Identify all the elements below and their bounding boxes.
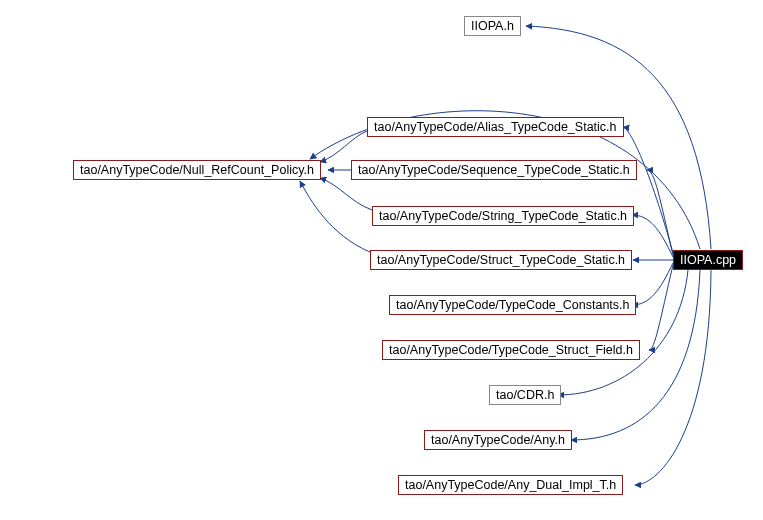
- node-label: tao/AnyTypeCode/Any_Dual_Impl_T.h: [405, 478, 616, 492]
- node-label: tao/CDR.h: [496, 388, 554, 402]
- dependency-graph: { "source_node": { "label": "IIOPA.cpp" …: [0, 0, 763, 520]
- node-alias-typecode-static[interactable]: tao/AnyTypeCode/Alias_TypeCode_Static.h: [367, 117, 624, 137]
- node-label: tao/AnyTypeCode/Any.h: [431, 433, 565, 447]
- edge-iiopacpp-seq: [647, 170, 673, 255]
- edge-iiopacpp-anydual: [635, 270, 711, 485]
- node-any-dual-impl-t[interactable]: tao/AnyTypeCode/Any_Dual_Impl_T.h: [398, 475, 623, 495]
- node-label: tao/AnyTypeCode/Null_RefCount_Policy.h: [80, 163, 314, 177]
- edge-string-null: [320, 178, 372, 210]
- node-label: tao/AnyTypeCode/TypeCode_Struct_Field.h: [389, 343, 633, 357]
- node-label: tao/AnyTypeCode/Sequence_TypeCode_Static…: [358, 163, 630, 177]
- edge-struct-null: [300, 181, 370, 252]
- node-typecode-constants[interactable]: tao/AnyTypeCode/TypeCode_Constants.h: [389, 295, 636, 315]
- node-struct-typecode-static[interactable]: tao/AnyTypeCode/Struct_TypeCode_Static.h: [370, 250, 632, 270]
- node-any-h[interactable]: tao/AnyTypeCode/Any.h: [424, 430, 572, 450]
- node-label: tao/AnyTypeCode/Alias_TypeCode_Static.h: [374, 120, 617, 134]
- edge-iiopacpp-const: [632, 263, 673, 305]
- edge-iiopacpp-alias: [623, 127, 673, 253]
- node-label: tao/AnyTypeCode/String_TypeCode_Static.h: [379, 209, 627, 223]
- edge-iiopacpp-field: [649, 265, 673, 350]
- node-sequence-typecode-static[interactable]: tao/AnyTypeCode/Sequence_TypeCode_Static…: [351, 160, 637, 180]
- node-typecode-struct-field[interactable]: tao/AnyTypeCode/TypeCode_Struct_Field.h: [382, 340, 640, 360]
- node-label: tao/AnyTypeCode/TypeCode_Constants.h: [396, 298, 629, 312]
- edge-alias-null: [320, 131, 367, 162]
- node-null-refcount-policy[interactable]: tao/AnyTypeCode/Null_RefCount_Policy.h: [73, 160, 321, 180]
- edge-iiopacpp-cdr: [558, 270, 688, 395]
- node-label: IIOPA.cpp: [680, 253, 736, 267]
- node-iiopa-h[interactable]: IIOPA.h: [464, 16, 521, 36]
- node-label: tao/AnyTypeCode/Struct_TypeCode_Static.h: [377, 253, 625, 267]
- node-label: IIOPA.h: [471, 19, 514, 33]
- node-tao-cdr-h[interactable]: tao/CDR.h: [489, 385, 561, 405]
- edge-iiopacpp-string: [632, 215, 673, 257]
- node-iiopa-cpp[interactable]: IIOPA.cpp: [673, 250, 743, 270]
- node-string-typecode-static[interactable]: tao/AnyTypeCode/String_TypeCode_Static.h: [372, 206, 634, 226]
